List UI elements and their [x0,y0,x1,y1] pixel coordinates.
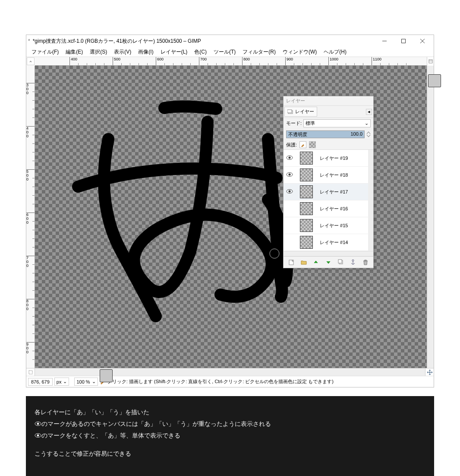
layer-thumbnail [300,185,313,198]
layer-item[interactable]: レイヤー #19 [284,150,368,167]
caption-box: 各レイヤーに「あ」「い」「う」を描いた のマークがあるのでキャンバスには「あ」「… [26,396,434,476]
close-button[interactable] [413,35,432,47]
vertical-ruler[interactable]: 300400500600700800900 [26,66,35,368]
minimize-button[interactable] [375,35,394,47]
duplicate-layer-button[interactable] [337,258,345,266]
vertical-scrollbar[interactable] [427,66,434,368]
opacity-row: 不透明度 100.0 [284,129,373,140]
ruler-tick: 800 [242,57,250,65]
ruler-tick: 500 [26,169,35,181]
layer-name[interactable]: レイヤー #15 [320,222,348,229]
layer-name[interactable]: レイヤー #17 [320,189,348,195]
layers-tab-bar: レイヤー ◂ [284,106,373,118]
menu-window[interactable]: ウィンドウ(W) [279,48,320,57]
layer-buttons [284,256,373,268]
layer-thumbnail [300,236,313,249]
open-layer-button[interactable] [300,258,308,266]
menu-select[interactable]: 選択(S) [86,48,110,57]
ruler-tick: 400 [26,126,35,138]
opacity-spinner[interactable] [366,131,371,137]
layers-dialog-title[interactable]: レイヤー [284,96,373,106]
quick-mask-button[interactable] [26,368,35,376]
layer-name[interactable]: レイヤー #16 [320,206,348,212]
layer-item[interactable]: レイヤー #15 [284,217,368,234]
svg-point-26 [37,422,39,425]
raise-layer-button[interactable] [312,258,320,266]
svg-point-28 [37,435,39,437]
ruler-tick: 600 [26,213,35,225]
opacity-slider[interactable]: 不透明度 100.0 [286,130,365,138]
mode-label: モード: [286,120,302,127]
caption-line: 各レイヤーに「あ」「い」「う」を描いた [35,406,425,418]
unit-select[interactable]: px⌄ [54,378,69,386]
visibility-toggle[interactable] [286,155,293,161]
caption-line: こうすることで修正が容易にできる [35,448,425,460]
layer-name[interactable]: レイヤー #18 [320,172,348,178]
layers-dialog[interactable]: レイヤー レイヤー ◂ モード: 標準 ⌄ [283,96,374,268]
chevron-down-icon: ⌄ [365,121,369,126]
layer-item[interactable]: レイヤー #14 [284,234,368,251]
menu-edit[interactable]: 編集(E) [62,48,86,57]
layers-tab[interactable]: レイヤー [284,107,317,117]
chevron-down-icon: ⌄ [63,379,67,384]
zoom-select[interactable]: 100 %⌄ [74,378,98,386]
eye-icon [286,172,293,177]
mode-row: モード: 標準 ⌄ [284,118,373,129]
eye-icon [35,430,41,442]
layer-item[interactable]: レイヤー #18 [284,167,368,184]
lower-layer-button[interactable] [325,258,332,266]
layer-item[interactable]: レイヤー #16 [284,200,368,217]
titlebar: * *gimp捜査方法.xcf-1.0 (RGBカラー, 41枚のレイヤー) 1… [26,35,434,47]
caption-line: のマークをなくすと、「あ」等、単体で表示できる [35,430,425,442]
delete-layer-button[interactable] [362,258,369,266]
menu-layer[interactable]: レイヤー(L) [157,48,191,57]
svg-rect-21 [29,371,32,374]
canvas[interactable]: レイヤー レイヤー ◂ モード: 標準 ⌄ [35,66,427,368]
layer-name[interactable]: レイヤー #14 [320,239,348,246]
lock-alpha-button[interactable] [309,141,316,148]
layer-list[interactable]: レイヤー #19レイヤー #18レイヤー #17レイヤー #16レイヤー #15… [284,150,368,251]
tab-menu-button[interactable]: ◂ [366,109,372,115]
menu-help[interactable]: ヘルプ(H) [320,48,350,57]
mode-select[interactable]: 標準 ⌄ [303,119,371,127]
ruler-tick: 900 [285,57,293,65]
menu-view[interactable]: 表示(V) [110,48,135,57]
caption-line: のマークがあるのでキャンバスには「あ」「い」「う」が重なったように表示される [35,418,425,430]
brush-icon [301,143,305,147]
menu-filter[interactable]: フィルター(R) [239,48,279,57]
window-title: *gimp捜査方法.xcf-1.0 (RGBカラー, 41枚のレイヤー) 150… [33,38,201,45]
new-layer-button[interactable] [287,258,295,266]
menubar: ファイル(F) 編集(E) 選択(S) 表示(V) 画像(I) レイヤー(L) … [26,47,434,57]
visibility-toggle[interactable] [286,172,293,178]
menu-tools[interactable]: ツール(T) [210,48,239,57]
ruler-menu-button[interactable] [427,57,434,66]
svg-rect-4 [429,60,432,63]
layer-thumbnail [300,219,313,232]
navigation-button[interactable] [425,368,434,376]
layer-thumbnail [300,152,313,165]
anchor-layer-button[interactable] [349,258,357,266]
eye-icon [286,155,293,160]
ruler-tick: 400 [69,57,77,65]
layer-list-hscroll[interactable] [284,251,373,256]
layer-list-scrollbar[interactable] [368,150,373,251]
horizontal-ruler[interactable]: 40050060070080090010001100 [35,57,427,66]
svg-point-9 [289,157,291,159]
svg-rect-1 [402,39,406,43]
ruler-row: 40050060070080090010001100 [26,57,434,66]
horizontal-scrollbar[interactable] [35,368,425,376]
menu-color[interactable]: 色(C) [191,48,210,57]
layer-thumbnail [300,202,313,215]
layer-thumbnail [300,168,313,181]
lock-row: 保護: [284,140,373,150]
chevron-down-icon: ⌄ [92,379,96,384]
layer-item[interactable]: レイヤー #17 [284,184,368,200]
ruler-origin-button[interactable] [27,57,35,65]
menu-image[interactable]: 画像(I) [135,48,157,57]
maximize-button[interactable] [394,35,413,47]
visibility-toggle[interactable] [286,189,293,195]
menu-file[interactable]: ファイル(F) [28,48,62,57]
lock-pixels-button[interactable] [299,141,306,148]
layer-name[interactable]: レイヤー #19 [320,155,348,162]
gimp-window: * *gimp捜査方法.xcf-1.0 (RGBカラー, 41枚のレイヤー) 1… [26,35,434,387]
